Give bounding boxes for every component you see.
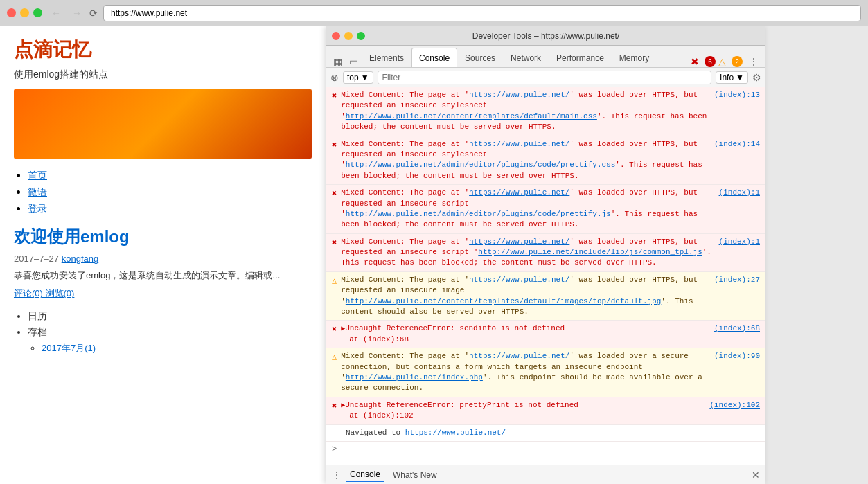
tab-sources[interactable]: Sources (457, 48, 503, 67)
post-excerpt: 恭喜您成功安装了emlog，这是系统自动生成的演示文章。编辑或... (14, 269, 312, 282)
devtools-toolbar: ⊗ top ▼ Info ▼ ⚙ (326, 68, 765, 87)
console-entry: ✖ Mixed Content: The page at 'https://ww… (326, 234, 765, 272)
console-prompt: > (332, 445, 337, 454)
console-location[interactable]: (index):68 (714, 323, 760, 334)
expand-arrow-icon[interactable]: ▶ (341, 325, 345, 332)
console-output: ✖ Mixed Content: The page at 'https://ww… (326, 87, 765, 465)
refresh-button[interactable]: ⟳ (89, 6, 98, 20)
context-selector[interactable]: top ▼ (343, 71, 373, 84)
devtools-min-button[interactable] (344, 32, 353, 40)
devtools-max-button[interactable] (357, 32, 365, 40)
console-location[interactable]: (index):1 (719, 237, 760, 247)
console-entry: Navigated to https://www.pulie.net/ (326, 425, 765, 442)
devtools-titlebar: Developer Tools – https://www.pulie.net/ (326, 26, 765, 46)
console-link[interactable]: https://www.pulie.net/ (469, 188, 569, 197)
warn-icon: △ (332, 276, 337, 287)
context-dropdown-icon: ▼ (361, 73, 369, 82)
devtools-window-controls (332, 32, 365, 40)
error-icon: ✖ (332, 140, 337, 152)
console-location[interactable]: (index):14 (714, 139, 760, 150)
tab-memory[interactable]: Memory (612, 48, 657, 67)
browser-window-controls (7, 8, 42, 17)
console-location[interactable]: (index):90 (714, 351, 760, 361)
console-link[interactable]: http://www.pulie.net/admin/editor/plugin… (346, 161, 615, 169)
post-author[interactable]: kongfang (62, 253, 99, 264)
console-link[interactable]: http://www.pulie.net/include/lib/js/comm… (478, 248, 702, 256)
browser-toolbar: ← → ⟳ (0, 0, 868, 26)
navigate-link[interactable]: https://www.pulie.net/ (405, 429, 506, 437)
site-title[interactable]: 点滴记忆 (14, 37, 312, 63)
nav-item-weibo[interactable]: 微语 (28, 186, 47, 197)
console-link[interactable]: http://www.pulie.net/content/templates/d… (346, 297, 661, 305)
console-link[interactable]: http://www.pulie.net/admin/editor/plugin… (346, 210, 611, 218)
console-cursor: | (339, 445, 344, 454)
post-meta: 2017–7–27 kongfang (14, 253, 312, 264)
forward-button[interactable]: → (69, 6, 85, 20)
settings-icon[interactable]: ⚙ (752, 72, 761, 83)
context-label: top (347, 73, 359, 82)
console-message: Mixed Content: The page at 'https://www.… (341, 351, 710, 394)
console-link[interactable]: https://www.pulie.net/ (469, 91, 569, 99)
more-tabs-button[interactable]: ⋮ (745, 56, 762, 67)
post-links: 评论(0) 浏览(0) (14, 287, 312, 300)
console-link[interactable]: https://www.pulie.net/ (469, 276, 569, 284)
main-area: 点滴记忆 使用emlog搭建的站点 首页 微语 登录 欢迎使用emlog 201… (0, 26, 868, 484)
error-icon: ✖ (332, 324, 337, 336)
bottom-tab-whatsnew[interactable]: What's New (389, 469, 441, 481)
block-icon[interactable]: ⊗ (330, 72, 339, 83)
minimize-button[interactable] (20, 8, 29, 17)
tab-elements[interactable]: Elements (362, 48, 411, 67)
console-location[interactable]: (index):1 (719, 188, 760, 198)
console-message: ▶Uncaught ReferenceError: sendinfo is no… (341, 323, 710, 345)
back-button[interactable]: ← (48, 6, 64, 20)
sidebar-item-calendar: 日历 (28, 310, 312, 323)
browser-nav: ← → ⟳ (48, 6, 98, 20)
console-entry: △ Mixed Content: The page at 'https://ww… (326, 272, 765, 321)
error-icon: ✖ (332, 91, 337, 102)
console-entry: △ Mixed Content: The page at 'https://ww… (326, 348, 765, 397)
console-location[interactable]: (index):27 (714, 275, 760, 285)
console-message: Mixed Content: The page at 'https://www.… (341, 139, 710, 182)
tab-console[interactable]: Console (411, 48, 457, 67)
console-message: Mixed Content: The page at 'https://www.… (341, 188, 714, 231)
console-link[interactable]: https://www.pulie.net/ (469, 140, 569, 148)
expand-arrow-icon[interactable]: ▶ (341, 402, 345, 409)
drawer-icon[interactable]: ⋮ (332, 469, 342, 481)
tab-performance[interactable]: Performance (549, 48, 612, 67)
console-link[interactable]: http://www.pulie.net/content/templates/d… (346, 112, 597, 120)
url-bar[interactable] (103, 5, 861, 21)
warn-badge: 2 (732, 56, 743, 67)
devtools-panel: Developer Tools – https://www.pulie.net/… (326, 26, 765, 484)
console-location[interactable]: (index):102 (709, 400, 760, 411)
bottom-close-icon[interactable]: ✕ (752, 469, 760, 481)
close-button[interactable] (7, 8, 16, 17)
devtools-device-icon[interactable]: ▭ (346, 56, 362, 67)
console-location[interactable]: (index):13 (714, 90, 760, 100)
error-count-area: ✖ 6 △ 2 ⋮ (691, 56, 762, 67)
site-subtitle: 使用emlog搭建的站点 (14, 69, 312, 81)
nav-item-home[interactable]: 首页 (28, 170, 47, 181)
console-message: ▶Uncaught ReferenceError: prettyPrint is… (341, 400, 705, 422)
console-link[interactable]: https://www.pulie.net/ (469, 237, 569, 246)
post-comments-link[interactable]: 评论(0) 浏览(0) (14, 288, 74, 298)
maximize-button[interactable] (33, 8, 42, 17)
bottom-tab-console[interactable]: Console (346, 468, 384, 482)
archive-link[interactable]: 2017年7月(1) (42, 343, 96, 353)
error-icon: ✖ (332, 188, 337, 200)
website-panel: 点滴记忆 使用emlog搭建的站点 首页 微语 登录 欢迎使用emlog 201… (0, 26, 326, 484)
console-link[interactable]: https://www.pulie.net/ (469, 352, 569, 360)
devtools-bottom-bar: ⋮ Console What's New ✕ (326, 465, 765, 484)
log-level-label: Info (720, 73, 734, 82)
filter-input[interactable] (378, 71, 712, 84)
console-entry: ✖ Mixed Content: The page at 'https://ww… (326, 136, 765, 186)
console-link[interactable]: http://www.pulie.net/index.php (346, 373, 483, 382)
post-title[interactable]: 欢迎使用emlog (14, 226, 312, 248)
error-icon: ✖ (332, 401, 337, 413)
devtools-inspect-icon[interactable]: ▦ (330, 56, 346, 67)
devtools-tabs: ▦ ▭ Elements Console Sources Network Per… (326, 46, 765, 68)
log-level-selector[interactable]: Info ▼ (716, 71, 748, 84)
nav-item-login[interactable]: 登录 (28, 203, 47, 214)
warn-icon: △ (332, 352, 337, 364)
devtools-close-button[interactable] (332, 32, 340, 40)
tab-network[interactable]: Network (503, 48, 549, 67)
